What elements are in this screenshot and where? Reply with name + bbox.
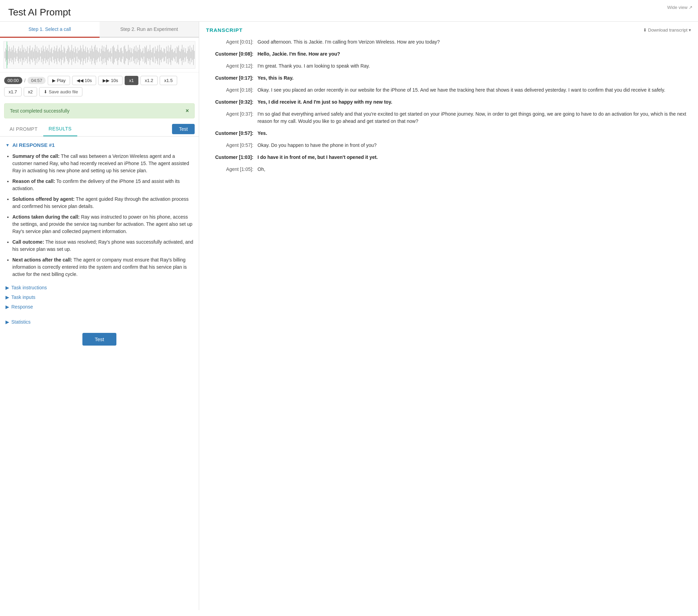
- svg-rect-113: [102, 46, 102, 65]
- download-transcript-button[interactable]: ⬇ Download transcript ▾: [643, 27, 691, 33]
- svg-rect-136: [122, 51, 122, 59]
- svg-rect-216: [192, 48, 192, 62]
- svg-rect-73: [67, 49, 68, 61]
- step2-tab[interactable]: Step 2. Run an Experiment: [100, 22, 199, 38]
- svg-rect-217: [192, 50, 193, 60]
- rewind-button[interactable]: ◀◀ 10s: [72, 76, 96, 85]
- svg-rect-76: [70, 51, 70, 58]
- test-button-header[interactable]: Test: [172, 124, 195, 134]
- play-button[interactable]: ▶ Play: [48, 76, 70, 85]
- svg-rect-28: [28, 53, 28, 57]
- svg-rect-49: [46, 50, 47, 60]
- svg-rect-124: [112, 53, 112, 57]
- svg-rect-194: [172, 49, 173, 61]
- svg-rect-134: [120, 48, 121, 62]
- svg-rect-43: [41, 48, 42, 62]
- statistics-section: ▶ Statistics: [5, 318, 193, 326]
- svg-rect-93: [84, 51, 85, 59]
- svg-rect-183: [163, 52, 163, 58]
- statistics-toggle[interactable]: ▶ Statistics: [5, 318, 193, 326]
- forward-button[interactable]: ▶▶ 10s: [98, 76, 123, 85]
- svg-rect-21: [22, 45, 22, 65]
- svg-rect-133: [119, 52, 120, 58]
- svg-rect-218: [193, 45, 194, 65]
- svg-rect-214: [190, 46, 190, 65]
- statistics-label: Statistics: [11, 319, 31, 325]
- svg-rect-140: [125, 49, 126, 61]
- svg-rect-26: [26, 51, 27, 59]
- svg-rect-6: [9, 47, 9, 63]
- ai-prompt-tab[interactable]: AI PROMPT: [4, 122, 43, 136]
- waveform[interactable]: [3, 41, 195, 69]
- speaker-label: Customer [0:08]:: [206, 50, 258, 58]
- speaker-label: Agent [0:18]:: [206, 86, 258, 94]
- results-content: ▼ AI RESPONSE #1 Summary of the call: Th…: [0, 137, 199, 610]
- task-instructions-toggle[interactable]: ▶ Task instructions: [5, 283, 193, 292]
- wide-view-button[interactable]: Wide view ↗: [667, 5, 693, 10]
- speed-x2-button[interactable]: x2: [24, 87, 37, 96]
- response-toggle[interactable]: ▶ Response: [5, 303, 193, 311]
- speed-x1-5-button[interactable]: x1.5: [160, 76, 177, 85]
- svg-rect-200: [178, 48, 178, 62]
- transcript-row: Agent [0:37]:I'm so glad that everything…: [206, 111, 691, 125]
- svg-rect-30: [30, 46, 30, 65]
- speed-x1-7-button[interactable]: x1.7: [4, 87, 22, 96]
- svg-rect-2: [5, 48, 6, 62]
- svg-rect-100: [91, 51, 91, 59]
- svg-rect-46: [44, 49, 44, 61]
- svg-rect-39: [38, 52, 38, 58]
- svg-rect-115: [104, 47, 104, 63]
- svg-rect-145: [130, 48, 130, 62]
- svg-rect-56: [53, 53, 53, 57]
- svg-rect-161: [144, 53, 144, 57]
- speed-x1-2-button[interactable]: x1.2: [140, 76, 158, 85]
- ai-response-header: ▼ AI RESPONSE #1: [5, 142, 193, 148]
- svg-rect-125: [112, 47, 113, 63]
- svg-rect-196: [174, 51, 174, 59]
- svg-rect-58: [54, 47, 55, 63]
- task-inputs-toggle[interactable]: ▶ Task inputs: [5, 293, 193, 301]
- banner-close-button[interactable]: ×: [186, 108, 189, 114]
- test-button-bottom[interactable]: Test: [82, 333, 117, 346]
- speaker-label: Customer [0:32]:: [206, 98, 258, 106]
- svg-rect-219: [194, 51, 194, 59]
- svg-rect-10: [12, 50, 13, 60]
- step1-tab[interactable]: Step 1. Select a call: [0, 22, 100, 38]
- svg-rect-90: [82, 51, 82, 58]
- save-audio-button[interactable]: ⬇ Save audio file: [39, 87, 82, 96]
- svg-rect-67: [62, 50, 62, 60]
- speech-text: Okay. Do you happen to have the phone in…: [258, 142, 691, 149]
- svg-rect-7: [10, 49, 10, 61]
- svg-rect-95: [87, 52, 87, 58]
- svg-rect-178: [159, 51, 159, 58]
- svg-rect-103: [93, 51, 94, 58]
- speaker-label: Customer [0:17]:: [206, 74, 258, 82]
- svg-rect-59: [55, 51, 55, 59]
- speed-x1-button[interactable]: x1: [125, 76, 138, 85]
- svg-rect-118: [106, 45, 107, 65]
- svg-rect-153: [137, 51, 137, 58]
- svg-rect-41: [39, 50, 40, 60]
- svg-rect-51: [48, 51, 48, 59]
- svg-rect-150: [134, 47, 135, 63]
- speaker-label: Agent [0:37]:: [206, 111, 258, 125]
- svg-rect-208: [185, 52, 185, 58]
- svg-rect-165: [147, 51, 148, 58]
- svg-rect-87: [79, 50, 80, 60]
- svg-rect-191: [170, 48, 170, 62]
- svg-rect-209: [185, 48, 186, 62]
- svg-rect-50: [47, 48, 48, 62]
- svg-rect-89: [81, 48, 81, 62]
- svg-rect-108: [98, 51, 98, 59]
- svg-rect-60: [56, 48, 56, 62]
- svg-rect-139: [125, 46, 125, 65]
- svg-rect-109: [99, 52, 99, 58]
- svg-rect-170: [151, 52, 152, 58]
- svg-rect-78: [71, 45, 72, 65]
- collapsible-section: ▶ Task instructions ▶ Task inputs ▶ Resp…: [5, 283, 193, 311]
- svg-rect-187: [166, 47, 167, 63]
- svg-rect-163: [146, 48, 146, 62]
- svg-rect-127: [114, 48, 115, 62]
- results-tab[interactable]: RESULTS: [43, 122, 77, 136]
- svg-rect-184: [164, 48, 164, 62]
